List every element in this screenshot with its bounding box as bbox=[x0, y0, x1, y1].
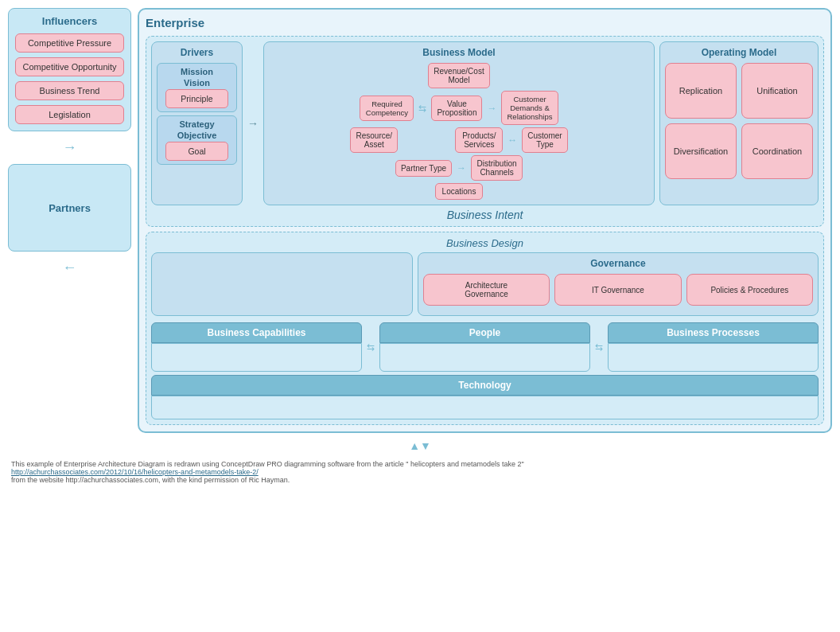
capabilities-header: Business Capabilities bbox=[151, 322, 362, 343]
influencer-item-1: Competitive Opportunity bbox=[15, 57, 124, 76]
om-diversification: Diversification bbox=[665, 123, 737, 179]
business-design-section: Business Design Governance ArchitectureG… bbox=[146, 232, 824, 425]
capabilities-group: Business Capabilities bbox=[151, 322, 362, 372]
enterprise-title: Enterprise bbox=[146, 16, 824, 29]
partners-title: Partners bbox=[49, 202, 91, 214]
enterprise-box: Enterprise Drivers Mission Vision Princi… bbox=[138, 8, 832, 433]
bottom-main-row: Business Capabilities ⇆ People ⇆ Busines… bbox=[151, 322, 819, 372]
technology-body bbox=[151, 396, 819, 419]
goal-box: Goal bbox=[165, 142, 228, 161]
bm-products: Products/Services bbox=[455, 127, 503, 153]
business-intent-label: Business Intent bbox=[151, 209, 819, 221]
architecture-governance: ArchitectureGovernance bbox=[423, 274, 550, 306]
bm-row-5: Locations bbox=[435, 183, 483, 200]
footer-line1: This example of Enterprise Architecture … bbox=[11, 460, 832, 468]
footer-link[interactable]: http://achurchassociates.com/2012/10/16/… bbox=[11, 468, 832, 476]
drivers-bm-arrow: → bbox=[247, 41, 259, 205]
processes-body bbox=[608, 343, 819, 372]
bm-revenue: Revenue/CostModel bbox=[428, 63, 489, 88]
bm-arrow-3: ↔ bbox=[508, 135, 517, 146]
processes-header: Business Processes bbox=[608, 322, 819, 343]
bm-customer-type: CustomerType bbox=[522, 127, 567, 153]
bottom-area: Business Capabilities ⇆ People ⇆ Busines… bbox=[151, 322, 819, 419]
drivers-box: Drivers Mission Vision Principle Strateg… bbox=[151, 41, 243, 205]
bm-partner-type: Partner Type bbox=[395, 160, 452, 177]
operating-model-box: Operating Model Replication Unification … bbox=[659, 41, 819, 205]
governance-inner: ArchitectureGovernance IT Governance Pol… bbox=[423, 274, 813, 306]
footer-line2: from the website http://achurchassociate… bbox=[11, 476, 832, 484]
business-model-title: Business Model bbox=[422, 47, 495, 58]
people-group: People bbox=[379, 322, 590, 372]
governance-box: Governance ArchitectureGovernance IT Gov… bbox=[418, 252, 819, 316]
technology-group: Technology bbox=[151, 375, 819, 419]
scroll-indicator: ▲▼ bbox=[8, 439, 832, 452]
design-row: Governance ArchitectureGovernance IT Gov… bbox=[151, 252, 819, 316]
sidebar: Influencers Competitive Pressure Competi… bbox=[8, 8, 131, 278]
technology-header: Technology bbox=[151, 375, 819, 396]
om-grid: Replication Unification Diversification … bbox=[665, 63, 813, 179]
capabilities-body bbox=[151, 343, 362, 372]
people-proc-arrow: ⇆ bbox=[593, 322, 605, 372]
bm-row-2: RequiredCompetency ⇆ ValueProposition → … bbox=[360, 91, 558, 125]
bm-locations: Locations bbox=[435, 183, 483, 200]
top-row: Drivers Mission Vision Principle Strateg… bbox=[151, 41, 819, 205]
influencers-title: Influencers bbox=[42, 15, 97, 27]
partners-arrow: ← bbox=[8, 259, 131, 276]
drivers-strategy-obj: Strategy Objective Goal bbox=[157, 115, 237, 165]
influencers-arrow: → bbox=[8, 139, 131, 156]
governance-title: Governance bbox=[590, 258, 645, 269]
bm-row-4: Partner Type → DistributionChannels bbox=[395, 155, 523, 181]
bm-content: Revenue/CostModel RequiredCompetency ⇆ V… bbox=[269, 63, 649, 200]
influencer-item-2: Business Trend bbox=[15, 81, 124, 100]
business-design-title: Business Design bbox=[151, 237, 819, 249]
principle-box: Principle bbox=[165, 89, 228, 108]
bm-resource: Resource/Asset bbox=[350, 127, 398, 153]
bm-arrow-4: → bbox=[457, 162, 466, 174]
bm-distribution: DistributionChannels bbox=[471, 155, 523, 181]
operating-model-title: Operating Model bbox=[702, 47, 777, 58]
drivers-mission-vision: Mission Vision Principle bbox=[157, 63, 237, 112]
om-coordination: Coordination bbox=[741, 123, 813, 179]
drivers-title: Drivers bbox=[181, 47, 213, 58]
influencer-item-0: Competitive Pressure bbox=[15, 33, 124, 53]
partners-box: Partners bbox=[8, 164, 131, 252]
om-replication: Replication bbox=[665, 63, 737, 119]
design-left-area bbox=[151, 252, 413, 316]
bm-arrow-2: → bbox=[487, 103, 496, 114]
people-body bbox=[379, 343, 590, 372]
it-governance: IT Governance bbox=[554, 274, 681, 306]
influencer-item-3: Legislation bbox=[15, 105, 124, 124]
bm-row-3: Resource/Asset Products/Services ↔ Custo… bbox=[350, 127, 567, 153]
bm-row-1: Revenue/CostModel bbox=[428, 63, 489, 88]
cap-people-arrow: ⇆ bbox=[365, 322, 376, 372]
business-intent-section: Drivers Mission Vision Principle Strateg… bbox=[146, 36, 824, 227]
mission-label: Mission bbox=[181, 67, 213, 76]
bm-required-competency: RequiredCompetency bbox=[360, 96, 414, 121]
om-unification: Unification bbox=[741, 63, 813, 119]
bm-value-proposition: ValueProposition bbox=[431, 96, 482, 121]
strategy-label: Strategy bbox=[179, 119, 214, 129]
bm-arrow-1: ⇆ bbox=[418, 103, 426, 114]
objective-label: Objective bbox=[177, 131, 217, 140]
bm-customer-demands: CustomerDemands &Relationships bbox=[501, 91, 558, 125]
influencers-box: Influencers Competitive Pressure Competi… bbox=[8, 8, 131, 131]
vision-label: Vision bbox=[184, 78, 210, 88]
business-model-box: Business Model Revenue/CostModel Require… bbox=[263, 41, 655, 205]
people-header: People bbox=[379, 322, 590, 343]
footer: This example of Enterprise Architecture … bbox=[8, 460, 832, 484]
processes-group: Business Processes bbox=[608, 322, 819, 372]
policies-procedures: Policies & Procedures bbox=[686, 274, 813, 306]
